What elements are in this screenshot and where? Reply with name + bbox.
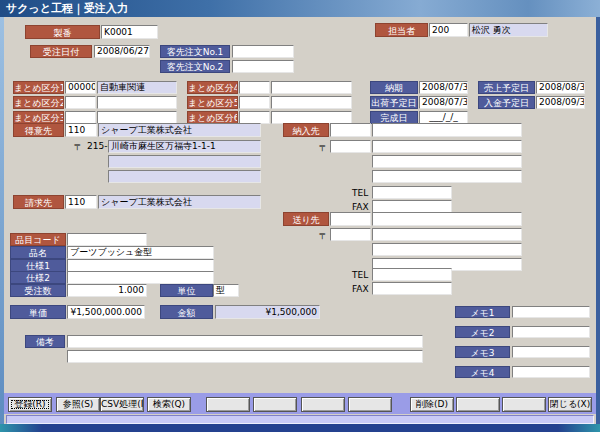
order-date-field[interactable]: 2008/06/27	[94, 45, 150, 58]
memo4-field[interactable]	[512, 366, 590, 378]
biko-line1-field[interactable]	[67, 335, 423, 348]
uriage-field[interactable]: 2008/08/31	[536, 81, 585, 94]
nyukin-field[interactable]: 2008/09/30	[536, 96, 585, 109]
memo1-label: メモ1	[455, 306, 510, 318]
item-code-field[interactable]	[67, 233, 147, 246]
order-date-label: 受注日付	[30, 45, 92, 58]
tokuisaki-code-field[interactable]: 110	[65, 123, 97, 137]
order-entry-window: サクっと工程｜受注入力 製番 K0001 担当者 200 松沢 勇次 受注日付 …	[0, 0, 600, 432]
close-button[interactable]: 閉じる(X)	[548, 397, 592, 412]
register-button[interactable]: 登録(R)	[8, 397, 52, 412]
blank-button-5[interactable]	[456, 397, 500, 412]
tanto-code-field[interactable]: 200	[429, 23, 468, 37]
matome2-name-field[interactable]	[97, 96, 177, 109]
okurisaki-postal-field[interactable]	[330, 228, 371, 241]
delete-button[interactable]: 削除(D)	[410, 397, 454, 412]
seikyusaki-label: 請求先	[13, 195, 64, 209]
noki-field[interactable]: 2008/07/31	[419, 81, 468, 94]
seiban-field[interactable]: K0001	[101, 25, 158, 39]
matome1-name-display: 自動車関連	[97, 81, 177, 94]
memo2-label: メモ2	[455, 326, 510, 338]
blank-button-4[interactable]	[348, 397, 392, 412]
cust-order2-label: 客先注文No.2	[160, 60, 230, 73]
csv-button[interactable]: CSV処理(I)	[100, 397, 144, 412]
shukka-label: 出荷予定日	[370, 96, 418, 109]
tokuisaki-address2-display	[108, 155, 261, 168]
blank-button-2[interactable]	[253, 397, 297, 412]
nonyusaki-address2-field[interactable]	[372, 155, 522, 168]
noki-label: 納期	[370, 81, 418, 94]
amount-display: ¥1,500,000	[215, 305, 320, 319]
amount-label: 金額	[160, 305, 213, 319]
memo4-label: メモ4	[455, 366, 510, 378]
nonyusaki-tel-field[interactable]	[372, 186, 452, 199]
search-button[interactable]: 検索(Q)	[147, 397, 191, 412]
blank-button-6[interactable]	[502, 397, 546, 412]
item-name-label: 品名	[10, 246, 66, 259]
qty-label: 受注数	[10, 284, 66, 297]
cust-order2-field[interactable]	[232, 60, 294, 73]
nonyusaki-name-field[interactable]	[372, 123, 522, 137]
okurisaki-address1-field[interactable]	[372, 228, 522, 241]
cust-order1-field[interactable]	[232, 45, 294, 58]
qty-field[interactable]: 1.000	[67, 284, 147, 297]
nonyusaki-tel-label: TEL	[352, 188, 368, 198]
memo1-field[interactable]	[512, 306, 590, 318]
matome4-label: まとめ区分4	[187, 81, 238, 94]
okurisaki-label: 送り先	[283, 212, 329, 226]
window-title: サクっと工程｜受注入力	[6, 2, 128, 15]
tokuisaki-address3-display	[108, 170, 261, 183]
nonyusaki-address1-field[interactable]	[372, 140, 522, 153]
matome5-name-field[interactable]	[271, 96, 352, 109]
price-label: 単価	[10, 305, 66, 319]
memo3-field[interactable]	[512, 346, 590, 358]
nyukin-label: 入金予定日	[478, 96, 535, 109]
tanto-name-display: 松沢 勇次	[469, 23, 548, 37]
matome4-code-field[interactable]	[239, 81, 270, 94]
nonyusaki-fax-label: FAX	[352, 202, 369, 212]
matome4-name-field[interactable]	[271, 81, 352, 94]
matome1-code-field[interactable]: 000001	[65, 81, 96, 94]
nonyusaki-code-field[interactable]	[330, 123, 371, 137]
okurisaki-fax-field[interactable]	[372, 282, 452, 295]
okurisaki-address2-field[interactable]	[372, 243, 522, 256]
okurisaki-code-field[interactable]	[330, 212, 371, 226]
unit-field[interactable]: 型	[213, 284, 239, 297]
blank-button-1[interactable]	[206, 397, 250, 412]
nonyusaki-address3-field[interactable]	[372, 170, 522, 183]
okurisaki-tel-label: TEL	[352, 270, 368, 280]
uriage-label: 売上予定日	[478, 81, 535, 94]
item-name-field[interactable]: ブーツブッシュ金型	[67, 246, 214, 259]
window-frame-right	[596, 17, 600, 424]
seikyusaki-code-field[interactable]: 110	[65, 195, 97, 209]
seikyusaki-name-display: シャープ工業株式会社	[98, 195, 261, 209]
spec2-label: 仕様2	[10, 271, 66, 284]
okurisaki-name-field[interactable]	[372, 212, 522, 226]
nonyusaki-label: 納入先	[283, 123, 329, 137]
tokuisaki-address-display: 川崎市麻生区万福寺1-1-1	[108, 140, 261, 153]
okurisaki-fax-label: FAX	[352, 284, 369, 294]
tanto-label: 担当者	[375, 23, 428, 37]
price-field[interactable]: ¥1,500,000.000	[67, 305, 145, 319]
window-frame-left	[0, 17, 4, 424]
seiban-label: 製番	[25, 25, 100, 39]
shukka-field[interactable]: 2008/07/31	[419, 96, 468, 109]
blank-button-3[interactable]	[301, 397, 345, 412]
matome2-code-field[interactable]	[65, 96, 96, 109]
spec2-field[interactable]	[67, 271, 214, 284]
matome1-label: まとめ区分1	[13, 81, 64, 94]
title-bar: サクっと工程｜受注入力	[0, 0, 600, 17]
status-bar	[6, 415, 594, 424]
biko-line2-field[interactable]	[67, 350, 423, 363]
okurisaki-tel-field[interactable]	[372, 268, 452, 281]
biko-label: 備考	[25, 335, 65, 348]
tokuisaki-label: 得意先	[13, 123, 64, 137]
reference-button[interactable]: 参照(S)	[56, 397, 100, 412]
cust-order1-label: 客先注文No.1	[160, 45, 230, 58]
matome5-label: まとめ区分5	[187, 96, 238, 109]
memo2-field[interactable]	[512, 326, 590, 338]
matome5-code-field[interactable]	[239, 96, 270, 109]
nonyusaki-postal-field[interactable]	[330, 140, 371, 153]
item-code-label: 品目コード	[10, 233, 66, 246]
unit-label: 単位	[160, 284, 213, 297]
